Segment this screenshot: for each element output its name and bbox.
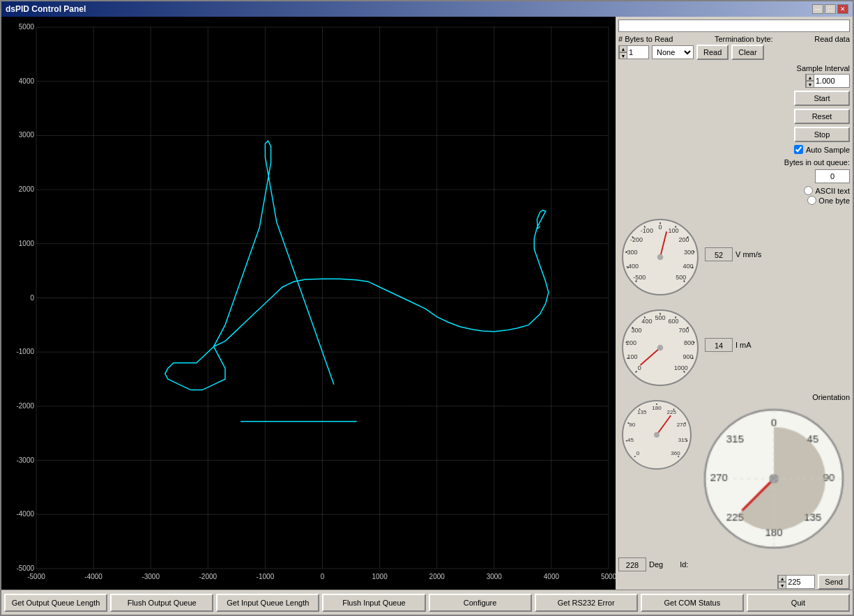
velocity-gauge bbox=[618, 212, 702, 295]
minimize-button[interactable]: — bbox=[812, 4, 823, 14]
flush-output-queue-button[interactable]: Flush Output Queue bbox=[110, 594, 213, 612]
ascii-text-radio[interactable] bbox=[804, 186, 813, 195]
gauge3-unit: Deg bbox=[649, 560, 663, 569]
read-button[interactable]: Read bbox=[696, 45, 729, 60]
read-data-label: Read data bbox=[814, 35, 850, 43]
orientation-section-label: Orientation bbox=[812, 393, 850, 401]
gauge2-value: 14 bbox=[705, 338, 733, 352]
one-byte-label: One byte bbox=[818, 197, 850, 205]
reset-button[interactable]: Reset bbox=[794, 109, 850, 124]
orientation-spinbox[interactable]: ▲ ▼ bbox=[777, 575, 815, 589]
gauge1-unit: V mm/s bbox=[735, 250, 761, 259]
bytes-spin-up[interactable]: ▲ bbox=[619, 45, 627, 52]
sample-interval-label: Sample Interval bbox=[797, 64, 850, 72]
bytes-label: # Bytes to Read bbox=[618, 35, 673, 43]
orientation-input[interactable] bbox=[786, 576, 814, 588]
right-panel: # Bytes to Read Termination byte: Read d… bbox=[616, 17, 853, 590]
orientation-spin-down[interactable]: ▼ bbox=[778, 582, 786, 589]
sample-spin-up[interactable]: ▲ bbox=[806, 74, 814, 81]
configure-button[interactable]: Configure bbox=[429, 594, 532, 612]
maximize-button[interactable]: □ bbox=[825, 4, 836, 14]
id-label: Id: bbox=[680, 560, 688, 569]
gauge1-value: 52 bbox=[705, 247, 733, 261]
bytes-queue-label: Bytes in out queue: bbox=[784, 158, 850, 167]
start-button[interactable]: Start bbox=[794, 91, 850, 106]
close-button[interactable]: ✕ bbox=[837, 4, 848, 14]
orientation-gauge-small bbox=[618, 393, 695, 470]
chart-area bbox=[1, 17, 616, 590]
auto-sample-checkbox[interactable] bbox=[794, 145, 803, 154]
window-title: dsPID Control Panel bbox=[6, 4, 86, 14]
data-display-input[interactable] bbox=[618, 20, 850, 32]
gauge3-value: 228 bbox=[618, 557, 646, 571]
bytes-queue-input[interactable] bbox=[815, 169, 850, 183]
get-com-status-button[interactable]: Get COM Status bbox=[641, 594, 744, 612]
main-content: # Bytes to Read Termination byte: Read d… bbox=[1, 17, 853, 590]
gauge2-unit: I mA bbox=[735, 341, 752, 349]
bottom-bar: Get Output Queue Length Flush Output Que… bbox=[1, 590, 853, 615]
clear-button[interactable]: Clear bbox=[731, 45, 763, 60]
plot-canvas bbox=[1, 17, 616, 590]
orientation-gauge-large bbox=[698, 403, 850, 555]
titlebar-buttons: — □ ✕ bbox=[812, 4, 848, 14]
termination-label: Termination byte: bbox=[715, 35, 773, 43]
get-rs232-error-button[interactable]: Get RS232 Error bbox=[535, 594, 638, 612]
one-byte-radio[interactable] bbox=[807, 196, 816, 205]
get-output-queue-button[interactable]: Get Output Queue Length bbox=[4, 594, 107, 612]
bytes-spinbox[interactable]: ▲ ▼ bbox=[618, 45, 649, 59]
bytes-spin-down[interactable]: ▼ bbox=[619, 52, 627, 59]
main-window: dsPID Control Panel — □ ✕ # Bytes to Rea… bbox=[0, 0, 854, 616]
sample-spin-down[interactable]: ▼ bbox=[806, 81, 814, 88]
sample-input[interactable] bbox=[814, 75, 849, 87]
current-gauge bbox=[618, 302, 702, 386]
orientation-spin-up[interactable]: ▲ bbox=[778, 575, 786, 582]
send-orientation-button[interactable]: Send bbox=[818, 574, 850, 590]
bytes-input[interactable] bbox=[627, 46, 648, 59]
ascii-text-label: ASCII text bbox=[815, 187, 850, 195]
sample-spinbox[interactable]: ▲ ▼ bbox=[805, 74, 850, 88]
stop-button[interactable]: Stop bbox=[794, 127, 850, 142]
termination-select[interactable]: None CR LF bbox=[652, 45, 694, 59]
get-input-queue-button[interactable]: Get Input Queue Length bbox=[216, 594, 319, 612]
titlebar: dsPID Control Panel — □ ✕ bbox=[1, 1, 853, 17]
quit-button[interactable]: Quit bbox=[747, 594, 850, 612]
auto-sample-label: Auto Sample bbox=[806, 146, 850, 154]
flush-input-queue-button[interactable]: Flush Input Queue bbox=[322, 594, 425, 612]
